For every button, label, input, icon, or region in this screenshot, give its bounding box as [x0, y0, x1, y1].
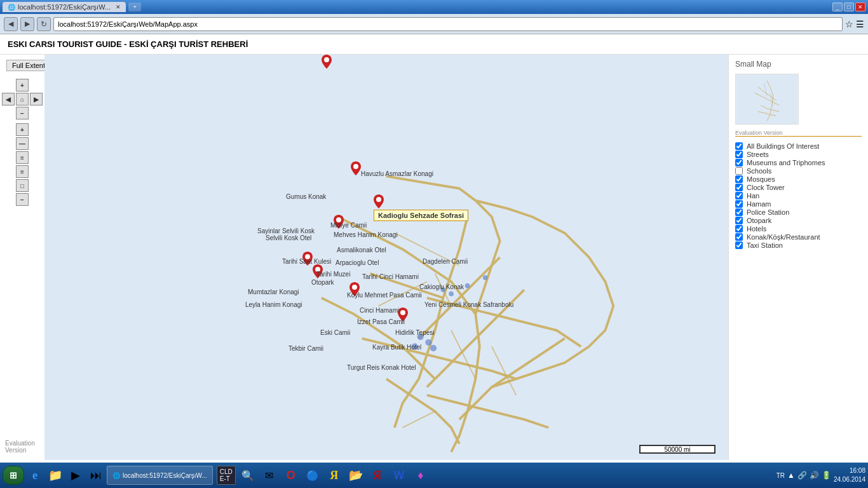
- address-bar[interactable]: [53, 17, 843, 31]
- pin-izzet-pasa[interactable]: [398, 308, 408, 323]
- browser-toolbar: ◀ ▶ ↻ ☆ ☰: [0, 14, 868, 34]
- legend-item-konak: Konak/Köşk/Restaurant: [735, 233, 862, 241]
- small-map-thumbnail: [735, 74, 799, 125]
- page-title: ESKI CARSI TOURIST GUIDE - ESKİ ÇARŞI TU…: [8, 39, 248, 49]
- page-header: ESKI CARSI TOURIST GUIDE - ESKİ ÇARŞI TU…: [0, 34, 868, 55]
- pin-kadioglu[interactable]: [374, 194, 384, 210]
- taskbar-media-icon[interactable]: ▶: [66, 466, 85, 485]
- pan-left-button[interactable]: ◀: [2, 93, 15, 105]
- legend-checkbox-han[interactable]: [735, 192, 743, 200]
- maximize-button[interactable]: □: [844, 3, 854, 11]
- taskbar-window-label: localhost:51972/EskiÇarşıW...: [123, 472, 207, 479]
- search-icon[interactable]: 🔍: [238, 466, 257, 485]
- legend-checkbox-taxi[interactable]: [735, 241, 743, 249]
- minimize-button[interactable]: _: [832, 3, 843, 11]
- pin-tarihi-muzei[interactable]: [313, 264, 323, 280]
- legend-label-mosques: Mosques: [747, 175, 775, 183]
- svg-point-16: [352, 285, 357, 290]
- svg-point-2: [425, 339, 431, 346]
- legend-checkbox-otopark[interactable]: [735, 217, 743, 224]
- ctrl-up[interactable]: +: [16, 123, 29, 136]
- taskbar-skip-icon[interactable]: ⏭: [86, 466, 105, 485]
- ctrl-min[interactable]: −: [16, 193, 29, 206]
- ctrl-down[interactable]: □: [16, 179, 29, 192]
- pin-havuzlu[interactable]: [351, 161, 361, 177]
- legend-checkbox-hamam[interactable]: [735, 200, 743, 208]
- yandex2-icon[interactable]: Я: [368, 466, 387, 485]
- ctrl-mid1[interactable]: —: [16, 137, 29, 150]
- pan-right-button[interactable]: ▶: [30, 93, 43, 105]
- title-bar-left: 🌐 localhost:51972/EskiÇarşıW... ✕ +: [3, 2, 141, 12]
- taskbar-folder-icon[interactable]: 📁: [46, 466, 65, 485]
- browser-icons: ☆ ☰: [845, 19, 864, 29]
- legend-label-streets: Streets: [747, 151, 769, 158]
- svg-point-15: [400, 310, 405, 315]
- opera-icon[interactable]: O: [281, 466, 301, 485]
- reload-button[interactable]: ↻: [37, 17, 51, 31]
- taskbar-active-window[interactable]: 🌐 localhost:51972/EskiÇarşıW...: [107, 466, 213, 485]
- svg-point-3: [412, 343, 418, 349]
- legend-checkbox-schools[interactable]: [735, 167, 743, 175]
- legend-item-otopark: Otopark: [735, 217, 862, 224]
- legend-checkbox-konak[interactable]: [735, 233, 743, 241]
- taskbar-ie-icon[interactable]: e: [25, 466, 44, 485]
- ctrl-mid3[interactable]: ≡: [16, 165, 29, 178]
- map-controls: + ◀ ⌂ ▶ − + — ≡ ≡ □ −: [6, 79, 38, 206]
- svg-point-6: [449, 292, 454, 297]
- taskbar-sound-icon: 🔊: [810, 471, 819, 480]
- folder2-icon[interactable]: 📂: [346, 466, 365, 485]
- pin-kazangi[interactable]: [322, 55, 332, 71]
- left-toolbar: Full Extent + ◀ ⌂ ▶ − + — ≡ ≡ □ − Ev: [0, 55, 44, 460]
- legend-label-hotels: Hotels: [747, 225, 766, 233]
- extra-controls: + — ≡ ≡ □ −: [16, 123, 29, 206]
- word-icon[interactable]: W: [390, 466, 409, 485]
- star-icon[interactable]: ☆: [845, 19, 853, 29]
- svg-point-10: [376, 197, 381, 202]
- legend-label-hamam: Hamam: [747, 200, 771, 208]
- close-button[interactable]: ✕: [855, 3, 865, 11]
- legend-item-hamam: Hamam: [735, 200, 862, 208]
- legend-checkbox-clock-tower[interactable]: [735, 184, 743, 191]
- ctrl-mid2[interactable]: ≡: [16, 151, 29, 164]
- pin-saat-kulesi[interactable]: [302, 252, 313, 268]
- legend-checkbox-streets[interactable]: [735, 151, 743, 158]
- map-container[interactable]: Kadioglu Sehzade Sofrasi Havuzlu Asmazla…: [44, 55, 728, 460]
- pin-midiye[interactable]: [334, 215, 344, 231]
- legend-checkbox-police[interactable]: [735, 208, 743, 216]
- svg-point-7: [465, 283, 470, 288]
- pan-row: ◀ ⌂ ▶: [2, 93, 43, 105]
- zoom-out-button[interactable]: −: [16, 107, 29, 119]
- svg-point-1: [417, 334, 423, 340]
- start-button[interactable]: ⊞: [3, 466, 24, 485]
- taskbar-right: TR ▲ 🔗 🔊 🔋 16:08 24.06.2014: [776, 466, 865, 484]
- legend-item-han: Han: [735, 192, 862, 200]
- tab-label: localhost:51972/EskiÇarşıW...: [18, 3, 111, 11]
- chrome-icon[interactable]: 🔵: [303, 466, 322, 485]
- legend-label-han: Han: [747, 192, 759, 200]
- cld-icon[interactable]: CLDE-T: [217, 466, 236, 485]
- lang-label: TR: [776, 472, 785, 479]
- settings-icon[interactable]: ☰: [856, 19, 864, 29]
- map-svg: [44, 55, 728, 460]
- legend-checkbox-hotels[interactable]: [735, 225, 743, 233]
- mail-icon[interactable]: ✉: [260, 466, 279, 485]
- svg-point-4: [430, 345, 437, 351]
- scale-label: 50000 mi: [639, 445, 715, 454]
- yandex-icon[interactable]: Я: [325, 466, 344, 485]
- main-content: Full Extent + ◀ ⌂ ▶ − + — ≡ ≡ □ − Ev: [0, 55, 868, 460]
- legend-checkbox-all-buildings[interactable]: [735, 142, 743, 150]
- vs-icon[interactable]: ♦: [411, 466, 430, 485]
- legend-item-clock-tower: Clock Tower: [735, 184, 862, 191]
- zoom-home-button[interactable]: ⌂: [16, 93, 29, 105]
- legend-item-museums: Museums and Triphomes: [735, 159, 862, 166]
- new-tab-button[interactable]: +: [128, 3, 141, 11]
- zoom-in-button[interactable]: +: [16, 79, 29, 92]
- legend-checkbox-museums[interactable]: [735, 159, 743, 166]
- pin-koylu[interactable]: [349, 282, 360, 298]
- legend-checkbox-mosques[interactable]: [735, 175, 743, 183]
- title-bar: 🌐 localhost:51972/EskiÇarşıW... ✕ + _ □ …: [0, 0, 868, 14]
- browser-tab[interactable]: 🌐 localhost:51972/EskiÇarşıW... ✕: [3, 2, 126, 12]
- forward-button[interactable]: ▶: [20, 17, 34, 31]
- eval-version-bottom: Evaluation Version: [5, 440, 44, 454]
- back-button[interactable]: ◀: [4, 17, 18, 31]
